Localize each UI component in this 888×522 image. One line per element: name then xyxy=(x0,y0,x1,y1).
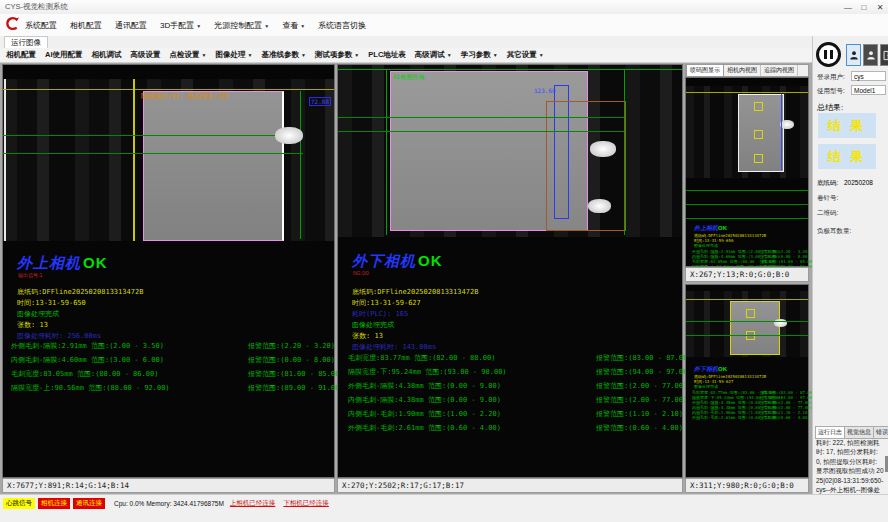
measure-line-overlay xyxy=(300,91,301,239)
tool-advanced-debug[interactable]: 高级调试▼ xyxy=(415,50,452,60)
thumb-tab-track-view[interactable]: 追踪内视图 xyxy=(761,65,798,76)
menu-3d-hand-config[interactable]: 3D手配置▼ xyxy=(160,20,201,31)
user-icon xyxy=(866,50,876,60)
right-panel: 登录用户: cys 使用型号: Model1 总结果: 结 果 结 果 底纸码:… xyxy=(812,36,888,510)
tool-learning-params[interactable]: 学习参数▼ xyxy=(461,50,498,60)
total-result-label: 总结果: xyxy=(817,102,843,113)
thumb-bottom-image[interactable] xyxy=(686,291,808,357)
separator-line-overlay xyxy=(686,92,808,93)
menu-comm-config[interactable]: 通讯配置 xyxy=(115,20,147,31)
camera-result-title: 外下相机OK xyxy=(352,252,443,271)
maximize-button[interactable]: □ xyxy=(856,3,872,12)
tool-baseline-params[interactable]: 基准线参数▼ xyxy=(261,50,305,60)
cpu-memory-text: Cpu: 0.0% Memory: 3424.41796875M xyxy=(114,500,224,507)
measure-line-overlay xyxy=(686,190,808,191)
defect-marker-box xyxy=(754,102,763,111)
tool-ai-use-config[interactable]: AI使用配置 xyxy=(45,50,83,60)
pause-button[interactable] xyxy=(816,42,841,67)
time-line: 时间:13-31-59-627 xyxy=(352,298,421,308)
tool-test-item-params[interactable]: 测试项参数▼ xyxy=(315,50,359,60)
camera-result-title-mini: 外下相机OK xyxy=(694,365,727,374)
thumb-top-image[interactable] xyxy=(686,86,808,178)
user-icon xyxy=(849,50,859,60)
threshold-label: 隔膜阈值:93, 电芯阈值:100 xyxy=(141,92,228,101)
plc-line: 耗时(PLC): 165 xyxy=(352,309,408,319)
electrode-tab-blob xyxy=(275,127,303,144)
menu-system-config[interactable]: 系统配置 xyxy=(25,20,57,31)
minimize-button[interactable]: — xyxy=(840,3,856,12)
tool-other-settings[interactable]: 其它设置▼ xyxy=(507,50,544,60)
electrode-sheet xyxy=(143,91,284,241)
measure-line-overlay xyxy=(686,218,808,219)
tool-camera-debug[interactable]: 相机调试 xyxy=(92,50,122,60)
tool-advanced-settings[interactable]: 高级设置 xyxy=(131,50,161,60)
chevron-down-icon: ▼ xyxy=(354,52,359,58)
chevron-down-icon: ▼ xyxy=(447,52,452,58)
comm-link-badge: 通讯连接 xyxy=(73,498,105,509)
reel-needle-label: 卷针号: xyxy=(817,194,838,203)
middle-view-pixel-status: X:270;Y:2502;R:17;G:17;B:17 xyxy=(337,478,683,493)
output-signal-text: NG:0/0 xyxy=(353,270,369,276)
ai-region-label: AI检测区域 xyxy=(393,73,424,82)
middle-camera-view[interactable]: AI检测区域 123.60 外下相机OK NG:0/0 底纸码:DFFline2… xyxy=(337,64,683,478)
reference-line-overlay xyxy=(133,79,135,241)
menu-light-control[interactable]: 光源控制配置▼ xyxy=(214,20,269,31)
status-bar: 心跳信号 相机连接 通讯连接 Cpu: 0.0% Memory: 3424.41… xyxy=(0,494,888,511)
user-login-button[interactable] xyxy=(846,44,861,66)
camera-result-title-mini: 外上相机OK xyxy=(694,224,727,233)
thumb-bottom-pixel-status: X:311;Y:980;R:0;G:0;B:0 xyxy=(685,478,809,493)
app-window: CYS-视觉检测系统 — □ ✕ 系统配置 相机配置 通讯配置 3D手配置▼ 光… xyxy=(0,0,888,522)
tool-plc-address-table[interactable]: PLC地址表 xyxy=(368,50,406,60)
thumb-top-view[interactable]: 外上相机OK 底纸码:DFFline2025020813313472B 时间:1… xyxy=(685,77,809,267)
chevron-down-icon: ▼ xyxy=(247,52,252,58)
separator-line-overlay xyxy=(3,89,334,90)
tool-image-processing[interactable]: 图像处理▼ xyxy=(215,50,252,60)
defect-marker-box xyxy=(754,130,763,139)
measure-line-overlay xyxy=(3,153,303,154)
negative-tab-count-label: 负极耳数量: xyxy=(817,227,851,236)
tool-camera-config[interactable]: 相机配置 xyxy=(6,50,36,60)
thumb-tab-camera-view[interactable]: 相机内视图 xyxy=(724,65,761,76)
electrode-sheet xyxy=(730,301,780,355)
model-field[interactable]: Model1 xyxy=(851,85,886,95)
exit-button[interactable] xyxy=(880,44,888,66)
user-switch-button[interactable] xyxy=(863,44,878,66)
menu-view[interactable]: 查看▼ xyxy=(282,20,305,31)
barcode-label: 底纸码: xyxy=(817,179,838,188)
menu-camera-config[interactable]: 相机配置 xyxy=(70,20,102,31)
thumb-tab-code-image[interactable]: 喷码图显示 xyxy=(686,64,724,76)
roi-measure-tag: 123.60 xyxy=(534,87,556,94)
toolbar: 相机配置 AI使用配置 相机调试 高级设置 点检设置▼ 图像处理▼ 基准线参数▼… xyxy=(0,48,888,63)
login-user-field[interactable]: cys xyxy=(851,71,886,81)
left-camera-view[interactable]: 隔膜阈值:93, 电芯阈值:100 72.88 外上相机OK 输出信号:1 底纸… xyxy=(2,64,335,478)
chevron-down-icon: ▼ xyxy=(539,52,544,58)
output-signal-text: 输出信号:1 xyxy=(18,272,42,278)
menu-language-switch[interactable]: 系统语言切换 xyxy=(318,20,366,31)
menu-bar: 系统配置 相机配置 通讯配置 3D手配置▼ 光源控制配置▼ 查看▼ 系统语言切换 xyxy=(0,14,888,37)
chevron-down-icon: ▼ xyxy=(301,52,306,58)
result-box-top: 结 果 xyxy=(818,113,876,138)
model-label: 使用型号: xyxy=(817,87,845,96)
measurement-row: 内侧毛刺-隔膜:4.60mm 范围:(3.00 - 6.00)报警范围:(0.0… xyxy=(11,355,335,365)
measure-line-overlay xyxy=(686,335,808,336)
measure-line-overlay xyxy=(386,69,387,235)
close-button[interactable]: ✕ xyxy=(872,3,888,12)
measure-line-overlay xyxy=(338,117,624,118)
chevron-down-icon: ▼ xyxy=(300,23,305,29)
left-view-pixel-status: X:7677;Y:891;R:14;G:14;B:14 xyxy=(2,478,335,493)
barcode-line: 底纸码:DFFline2025020813313472B xyxy=(352,287,478,297)
separator-line-overlay xyxy=(338,69,682,70)
measure-line-overlay xyxy=(686,321,808,322)
edge-line-overlay xyxy=(4,79,6,241)
measure-line-overlay xyxy=(3,135,303,136)
barcode-value: 20250208 xyxy=(844,179,873,186)
middle-camera-image[interactable]: AI检测区域 123.60 xyxy=(338,65,682,237)
measurement-row: 内侧毛刺-毛刺:1.90mm 范围:(1.00 - 2.20)报警范围:(1.1… xyxy=(348,409,683,419)
login-user-label: 登录用户: xyxy=(817,73,845,82)
tool-spot-check[interactable]: 点检设置▼ xyxy=(170,50,207,60)
chevron-down-icon: ▼ xyxy=(196,23,201,29)
app-logo-icon xyxy=(5,16,20,35)
thumb-bottom-view[interactable]: 外下相机OK 底纸码:DFFline2025020813313472B 时间:1… xyxy=(685,284,809,478)
defect-marker-box xyxy=(754,154,763,163)
left-camera-image[interactable]: 隔膜阈值:93, 电芯阈值:100 72.88 xyxy=(3,79,334,241)
